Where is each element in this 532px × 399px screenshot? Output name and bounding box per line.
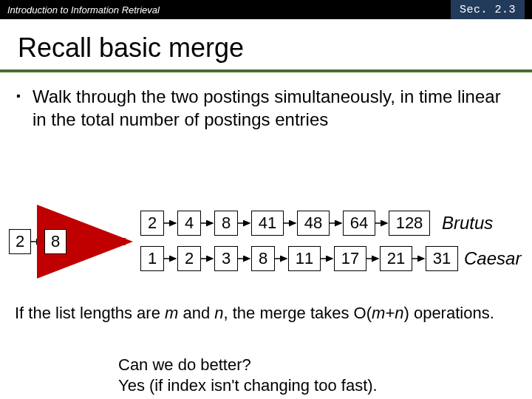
course-title: Introduction to Information Retrieval bbox=[7, 4, 160, 16]
brutus-label: Brutus bbox=[442, 213, 493, 233]
caesar-cell: 21 bbox=[380, 246, 412, 271]
ptr-box-b: 8 bbox=[44, 229, 66, 254]
brutus-cell: 2 bbox=[140, 211, 164, 236]
caesar-cell: 2 bbox=[177, 246, 201, 271]
var-n: n bbox=[214, 304, 223, 322]
brutus-cell: 64 bbox=[343, 211, 375, 236]
caesar-label: Caesar bbox=[464, 248, 521, 269]
t: If the list lengths are bbox=[15, 304, 165, 322]
var-m: m bbox=[165, 304, 178, 322]
q-line2: Yes (if index isn't changing too fast). bbox=[118, 375, 378, 396]
t: and bbox=[178, 304, 214, 322]
question-text: Can we do better? Yes (if index isn't ch… bbox=[118, 355, 378, 395]
caesar-cell: 11 bbox=[288, 246, 321, 271]
top-bar: Introduction to Information Retrieval Se… bbox=[0, 0, 532, 19]
caesar-cell: 31 bbox=[426, 246, 458, 271]
brutus-cell: 48 bbox=[297, 211, 330, 236]
brutus-cell: 128 bbox=[389, 211, 430, 236]
bullet-text: Walk through the two postings simultaneo… bbox=[0, 72, 532, 131]
ptr-box-a: 2 bbox=[9, 229, 31, 254]
complexity-text: If the list lengths are m and n, the mer… bbox=[15, 303, 514, 324]
brutus-cell: 8 bbox=[214, 211, 238, 236]
caesar-cell: 8 bbox=[251, 246, 275, 271]
brutus-cell: 41 bbox=[251, 211, 284, 236]
slide-title: Recall basic merge bbox=[0, 19, 532, 68]
caesar-cell: 3 bbox=[214, 246, 238, 271]
section-label: Sec. 2.3 bbox=[451, 0, 525, 19]
caesar-cell: 1 bbox=[140, 246, 164, 271]
q-line1: Can we do better? bbox=[118, 355, 378, 375]
caesar-cell: 17 bbox=[334, 246, 366, 271]
var-expr: m+n bbox=[372, 304, 403, 322]
t: ) operations. bbox=[403, 304, 494, 322]
t: , the merge takes O( bbox=[224, 304, 372, 322]
postings-diagram: 2 8 2 4 8 41 48 64 128 Brutus 1 2 3 8 11… bbox=[0, 200, 532, 288]
brutus-cell: 4 bbox=[177, 211, 201, 236]
